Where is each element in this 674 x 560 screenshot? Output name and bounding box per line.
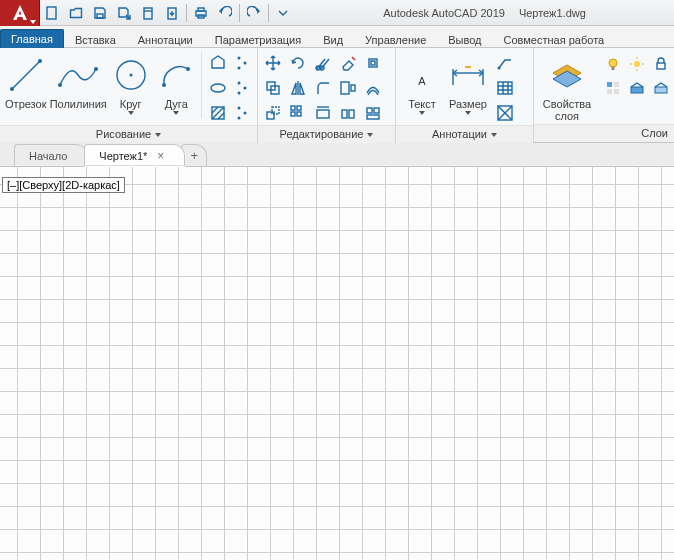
layer-properties-button[interactable]: Свойства слоя [537, 50, 597, 122]
panel-modify-title[interactable]: Редактирование [258, 125, 395, 143]
array-icon [289, 104, 307, 122]
app-menu-button[interactable] [0, 0, 40, 26]
close-icon[interactable]: × [157, 150, 164, 162]
svg-point-57 [609, 59, 617, 67]
draw-small-buttons [206, 50, 230, 125]
tab-view[interactable]: Вид [312, 30, 354, 48]
mirror-button[interactable] [286, 76, 310, 100]
table-button[interactable] [493, 76, 517, 100]
layer-match-button[interactable] [649, 76, 673, 100]
panel-annotation-title[interactable]: Аннотации [396, 125, 533, 143]
panel-draw: Отрезок Полилиния Круг Дуга [0, 48, 258, 142]
chevron-down-icon [419, 111, 425, 115]
title-bar: Autodesk AutoCAD 2019 Чертеж1.dwg [0, 0, 674, 26]
erase-button[interactable] [336, 51, 360, 75]
tab-parametric[interactable]: Параметризация [204, 30, 312, 48]
rotate-button[interactable] [286, 51, 310, 75]
file-tab-start[interactable]: Начало [14, 144, 88, 166]
cloud-button[interactable] [493, 101, 517, 125]
align-button[interactable] [311, 101, 335, 125]
hatch-button[interactable] [206, 101, 230, 125]
trim-button[interactable] [311, 51, 335, 75]
layer-iso-button[interactable] [601, 76, 625, 100]
modify-buttons [261, 50, 385, 125]
qat-new-button[interactable] [41, 2, 63, 24]
layer-lock-button[interactable] [649, 52, 673, 76]
arc-icon [156, 55, 196, 95]
plus-icon: + [191, 148, 199, 163]
qat-plot-button[interactable] [190, 2, 212, 24]
svg-point-15 [186, 67, 190, 71]
copy-button[interactable] [261, 76, 285, 100]
dimension-icon [447, 55, 489, 95]
qat-open-web-button[interactable] [137, 2, 159, 24]
dimension-button[interactable]: Размер [445, 50, 491, 115]
chevron-down-icon [465, 111, 471, 115]
rectangle-icon [209, 54, 227, 72]
svg-point-22 [243, 87, 246, 90]
qat-redo-button[interactable] [243, 2, 265, 24]
arc-button[interactable]: Дуга [153, 50, 199, 115]
line-button[interactable]: Отрезок [3, 50, 49, 110]
offset-button[interactable] [361, 76, 385, 100]
move-button[interactable] [261, 51, 285, 75]
circle-button[interactable]: Круг [108, 50, 154, 115]
rectangle-button[interactable] [206, 51, 230, 75]
lock-icon [653, 56, 669, 72]
qat-customize-button[interactable] [272, 2, 294, 24]
polyline-button[interactable]: Полилиния [49, 50, 108, 110]
leader-button[interactable] [493, 51, 517, 75]
spline-button[interactable] [230, 51, 254, 75]
scale-button[interactable] [261, 101, 285, 125]
region-button[interactable] [230, 101, 254, 125]
array-button[interactable] [286, 101, 310, 125]
file-tab-current[interactable]: Чертеж1* × [84, 144, 185, 166]
spline2-button[interactable] [230, 76, 254, 100]
file-tabs: Начало Чертеж1* × + [0, 143, 674, 167]
layer-off-button[interactable] [625, 76, 649, 100]
svg-rect-64 [657, 63, 665, 69]
layer-freeze-button[interactable] [625, 52, 649, 76]
svg-point-59 [634, 61, 640, 67]
lengthen-button[interactable] [336, 101, 360, 125]
file-tab-new[interactable]: + [181, 144, 207, 166]
tab-manage[interactable]: Управление [354, 30, 437, 48]
qat-save-web-button[interactable] [161, 2, 183, 24]
svg-rect-36 [351, 85, 355, 91]
line-icon [6, 55, 46, 95]
svg-rect-43 [317, 110, 329, 118]
tab-output[interactable]: Вывод [437, 30, 492, 48]
text-icon: A [404, 55, 440, 95]
panel-draw-title[interactable]: Рисование [0, 125, 257, 143]
svg-rect-38 [272, 107, 279, 114]
svg-rect-67 [607, 89, 612, 94]
tab-collaborate[interactable]: Совместная работа [493, 30, 616, 48]
fillet-button[interactable] [311, 76, 335, 100]
stretch-button[interactable] [336, 76, 360, 100]
drawing-canvas[interactable] [0, 167, 674, 560]
layer-on-button[interactable] [601, 52, 625, 76]
svg-rect-66 [614, 82, 619, 87]
ellipse-button[interactable] [206, 76, 230, 100]
autocad-logo-icon [10, 3, 30, 23]
erase-icon [339, 54, 357, 72]
break-button[interactable] [361, 101, 385, 125]
panel-layers-title[interactable]: Слои [534, 124, 674, 142]
svg-point-23 [237, 92, 240, 95]
bulb-icon [605, 56, 621, 72]
viewport-controls[interactable]: [–][Сверху][2D-каркас] [2, 177, 125, 193]
explode-button[interactable] [361, 51, 385, 75]
tab-home[interactable]: Главная [0, 29, 64, 48]
qat-undo-button[interactable] [214, 2, 236, 24]
qat-save-button[interactable] [89, 2, 111, 24]
qat-open-button[interactable] [65, 2, 87, 24]
svg-point-25 [243, 112, 246, 115]
hatch-icon [209, 104, 227, 122]
copy-icon [264, 79, 282, 97]
tab-annotate[interactable]: Аннотации [127, 30, 204, 48]
text-button[interactable]: A Текст [399, 50, 445, 115]
svg-point-18 [237, 57, 240, 60]
qat-saveas-button[interactable] [113, 2, 135, 24]
tab-insert[interactable]: Вставка [64, 30, 127, 48]
svg-point-24 [237, 107, 240, 110]
